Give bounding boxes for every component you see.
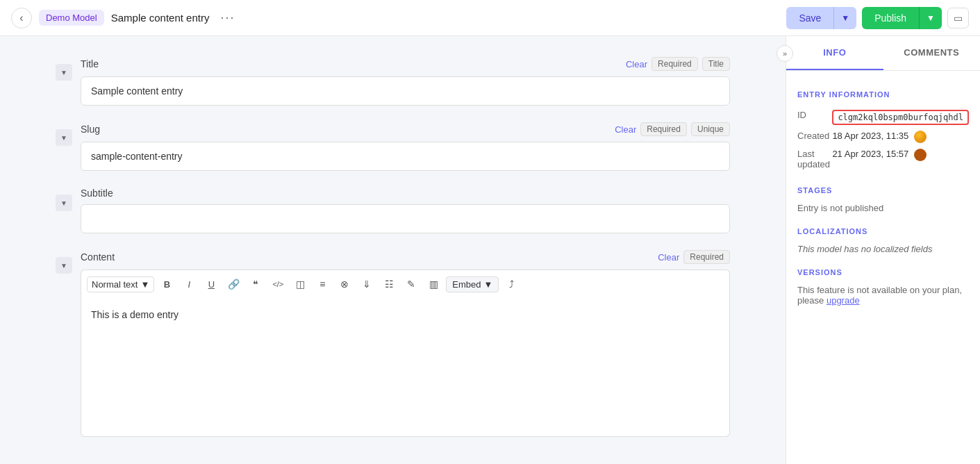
- image-button[interactable]: ◫: [290, 274, 310, 294]
- title-title-badge: Title: [702, 57, 730, 71]
- entry-info-table: ID clgm2kql0bspm0burfoqjqhdl Created 18 …: [797, 107, 969, 172]
- content-area: ▼ Title Clear Required Title ▼ Slug: [0, 36, 786, 464]
- title-field-header: Title Clear Required Title: [81, 57, 730, 71]
- save-button-group: Save ▼: [786, 7, 856, 29]
- title-field-actions: Clear Required Title: [626, 57, 730, 71]
- sidebar: » INFO COMMENTS ENTRY INFORMATION ID clg…: [786, 36, 980, 464]
- editor-toolbar: Normal text ▼ B I U 🔗 ❝ </> ◫ ≡ ⊗ ⇓ ☷ ✎ …: [81, 270, 730, 298]
- link-button[interactable]: 🔗: [224, 274, 243, 294]
- created-value: 18 Apr 2023, 11:35: [832, 131, 908, 141]
- stages-value: Entry is not published: [797, 203, 969, 213]
- fullscreen-button[interactable]: ⤴: [501, 274, 521, 294]
- slug-field-actions: Clear Required Unique: [615, 122, 730, 136]
- title-clear-button[interactable]: Clear: [626, 59, 647, 69]
- last-updated-value-cell: 21 Apr 2023, 15:57: [832, 146, 969, 172]
- id-label: ID: [797, 107, 832, 128]
- title-field-label: Title: [81, 58, 99, 69]
- sidebar-header: » INFO COMMENTS: [786, 36, 980, 71]
- save-dropdown-button[interactable]: ▼: [833, 7, 856, 29]
- last-updated-value: 21 Apr 2023, 15:57: [832, 149, 908, 159]
- save-button[interactable]: Save: [786, 7, 833, 29]
- id-value: clgm2kql0bspm0burfoqjqhdl: [832, 110, 969, 125]
- back-button[interactable]: ‹: [11, 8, 32, 28]
- slug-unique-badge: Unique: [691, 122, 730, 136]
- created-value-cell: 18 Apr 2023, 11:35: [832, 128, 969, 146]
- ordered-list-button[interactable]: ⊗: [335, 274, 354, 294]
- content-field-actions: Clear Required: [658, 250, 730, 264]
- breadcrumb-model[interactable]: Demo Model: [39, 10, 104, 26]
- title-field-block: ▼ Title Clear Required Title: [56, 57, 730, 106]
- upgrade-link[interactable]: upgrade: [827, 295, 860, 306]
- topbar: ‹ Demo Model Sample content entry ··· Sa…: [0, 0, 980, 36]
- content-clear-button[interactable]: Clear: [658, 252, 679, 263]
- slug-collapse-button[interactable]: ▼: [56, 129, 72, 146]
- localizations-title: LOCALIZATIONS: [797, 227, 969, 235]
- slug-clear-button[interactable]: Clear: [615, 124, 636, 135]
- publish-button-group: Publish ▼: [862, 7, 942, 29]
- italic-button[interactable]: I: [179, 274, 199, 294]
- bullet-list-button[interactable]: ≡: [313, 274, 332, 294]
- slug-field-block: ▼ Slug Clear Required Unique: [56, 122, 730, 171]
- content-field-header: Content Clear Required: [81, 250, 730, 264]
- subtitle-field-block: ▼ Subtitle: [56, 188, 730, 233]
- embed-chevron-icon: ▼: [484, 279, 493, 290]
- subtitle-field-header: Subtitle: [81, 188, 730, 199]
- subtitle-field-inner: Subtitle: [81, 188, 730, 233]
- embed-button[interactable]: Embed ▼: [446, 276, 499, 292]
- stages-title: STAGES: [797, 186, 969, 194]
- slug-field-label: Slug: [81, 124, 100, 135]
- bold-button[interactable]: B: [157, 274, 176, 294]
- tab-info[interactable]: INFO: [786, 36, 883, 70]
- breadcrumb-entry: Sample content entry: [111, 12, 210, 24]
- created-row: Created 18 Apr 2023, 11:35: [797, 128, 969, 146]
- id-row: ID clgm2kql0bspm0burfoqjqhdl: [797, 107, 969, 128]
- title-input[interactable]: [81, 76, 730, 106]
- more-options-button[interactable]: ···: [216, 8, 239, 28]
- slug-required-badge: Required: [640, 122, 687, 136]
- slug-field-header: Slug Clear Required Unique: [81, 122, 730, 136]
- indent-button[interactable]: ⇓: [357, 274, 376, 294]
- last-updated-avatar: [914, 149, 927, 161]
- content-editor-body[interactable]: This is a demo entry: [81, 298, 730, 437]
- entry-information-title: ENTRY INFORMATION: [797, 90, 969, 99]
- id-value-cell: clgm2kql0bspm0burfoqjqhdl: [832, 107, 969, 128]
- versions-title: VERSIONS: [797, 268, 969, 276]
- publish-dropdown-button[interactable]: ▼: [919, 7, 942, 29]
- code-button[interactable]: </>: [268, 274, 288, 294]
- layout-button[interactable]: ▭: [947, 8, 969, 28]
- subtitle-field-label: Subtitle: [81, 188, 113, 199]
- content-text: This is a demo entry: [91, 309, 178, 320]
- draw-button[interactable]: ✎: [401, 274, 421, 294]
- created-avatar: [914, 131, 927, 143]
- main-layout: ▼ Title Clear Required Title ▼ Slug: [0, 36, 980, 464]
- last-updated-label: Last updated: [797, 146, 832, 172]
- subtitle-input[interactable]: [81, 204, 730, 233]
- content-field-block: ▼ Content Clear Required Normal text ▼ B…: [56, 250, 730, 437]
- title-required-badge: Required: [651, 57, 698, 71]
- text-style-label: Normal text: [92, 279, 138, 290]
- slug-input[interactable]: [81, 142, 730, 171]
- tab-comments[interactable]: COMMENTS: [883, 36, 981, 70]
- text-style-chevron-icon: ▼: [140, 279, 149, 290]
- text-style-select[interactable]: Normal text ▼: [87, 276, 154, 292]
- content-field-label: Content: [81, 251, 115, 263]
- slug-field-inner: Slug Clear Required Unique: [81, 122, 730, 171]
- publish-button[interactable]: Publish: [862, 7, 919, 29]
- sidebar-collapse-button[interactable]: »: [776, 45, 793, 62]
- topbar-left: ‹ Demo Model Sample content entry ···: [11, 8, 239, 28]
- table-button[interactable]: ☷: [379, 274, 399, 294]
- quote-button[interactable]: ❝: [246, 274, 265, 294]
- sidebar-body: ENTRY INFORMATION ID clgm2kql0bspm0burfo…: [786, 71, 980, 320]
- content-collapse-button[interactable]: ▼: [56, 257, 72, 274]
- title-field-inner: Title Clear Required Title: [81, 57, 730, 106]
- localizations-value: This model has no localized fields: [797, 244, 969, 254]
- underline-button[interactable]: U: [201, 274, 221, 294]
- versions-text: This feature is not available on your pl…: [797, 285, 969, 306]
- last-updated-row: Last updated 21 Apr 2023, 15:57: [797, 146, 969, 172]
- created-label: Created: [797, 128, 832, 146]
- grid-button[interactable]: ▥: [424, 274, 443, 294]
- subtitle-collapse-button[interactable]: ▼: [56, 194, 72, 211]
- title-collapse-button[interactable]: ▼: [56, 64, 72, 81]
- versions-description: This feature is not available on your pl…: [797, 285, 962, 306]
- topbar-right: Save ▼ Publish ▼ ▭: [786, 7, 969, 29]
